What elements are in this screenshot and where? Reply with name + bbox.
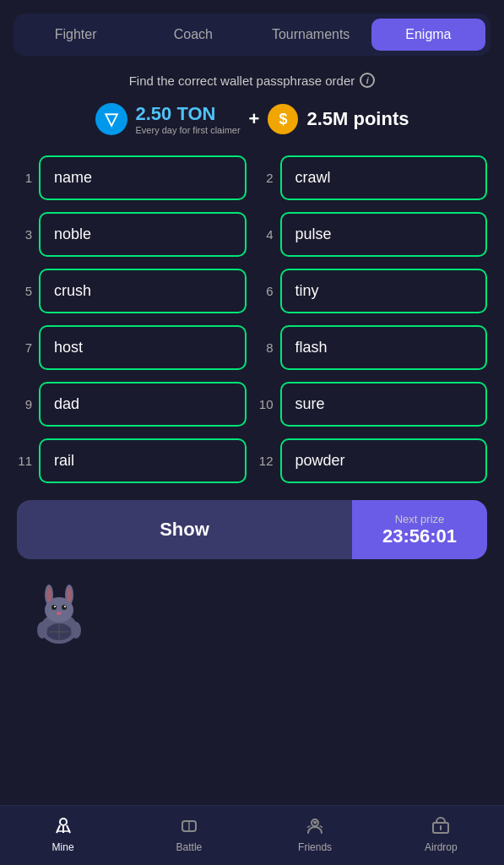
main-content: Find the correct wallet passphrase order…: [0, 56, 504, 647]
word-box-5[interactable]: crush: [39, 269, 247, 313]
next-prize-label: Next prize: [395, 513, 445, 525]
tab-coach[interactable]: Coach: [136, 19, 250, 51]
mine-icon: [51, 814, 75, 838]
word-box-8[interactable]: flash: [280, 325, 488, 370]
points-value: 2.5M points: [306, 108, 409, 130]
next-prize-display: Next prize 23:56:01: [352, 500, 487, 559]
airdrop-icon: [429, 814, 453, 838]
action-row: Show Next prize 23:56:01: [17, 500, 487, 559]
svg-point-5: [67, 587, 72, 602]
mascot-area: [17, 579, 487, 647]
word-number-3: 3: [17, 227, 32, 242]
word-number-5: 5: [17, 284, 32, 298]
svg-point-14: [37, 622, 47, 639]
countdown-timer: 23:56:01: [382, 525, 457, 547]
word-cell-3: 3noble: [17, 212, 247, 257]
word-number-2: 2: [258, 171, 274, 185]
svg-point-15: [71, 622, 81, 639]
word-cell-10: 10sure: [258, 382, 488, 427]
word-cell-4: 4pulse: [258, 212, 488, 257]
word-number-1: 1: [17, 171, 32, 185]
word-box-3[interactable]: noble: [39, 212, 247, 257]
word-cell-9: 9dad: [17, 382, 247, 427]
info-icon[interactable]: i: [360, 73, 375, 88]
word-cell-6: 6tiny: [258, 269, 488, 313]
tab-fighter[interactable]: Fighter: [19, 19, 133, 51]
ton-amount: 2.50 TON Every day for first claimer: [136, 103, 241, 135]
tab-tournaments[interactable]: Tournaments: [254, 19, 368, 51]
ton-sub: Every day for first claimer: [136, 125, 241, 135]
ton-icon: ▽: [95, 103, 127, 135]
word-box-2[interactable]: crawl: [280, 155, 488, 200]
word-box-10[interactable]: sure: [280, 382, 488, 427]
word-number-8: 8: [258, 340, 274, 355]
word-box-6[interactable]: tiny: [280, 269, 488, 313]
nav-friends[interactable]: Friends: [290, 814, 340, 853]
nav-battle[interactable]: Battle: [164, 814, 214, 853]
nav-mine[interactable]: Mine: [38, 814, 89, 853]
airdrop-label: Airdrop: [425, 841, 458, 853]
word-cell-2: 2crawl: [258, 155, 488, 200]
battle-icon: [177, 814, 201, 838]
svg-point-10: [57, 612, 62, 615]
mascot-icon: [25, 579, 93, 647]
svg-point-6: [51, 605, 57, 610]
mine-label: Mine: [52, 841, 74, 853]
word-cell-1: 1name: [17, 155, 247, 200]
word-number-6: 6: [258, 284, 274, 298]
svg-point-7: [62, 605, 67, 610]
prize-row: ▽ 2.50 TON Every day for first claimer +…: [17, 103, 487, 135]
word-number-12: 12: [258, 454, 274, 468]
word-cell-12: 12powder: [258, 438, 488, 483]
word-box-7[interactable]: host: [39, 325, 247, 370]
svg-point-9: [64, 606, 66, 607]
word-number-7: 7: [17, 340, 32, 355]
battle-label: Battle: [176, 841, 203, 853]
word-cell-11: 11rail: [17, 438, 247, 483]
bottom-navigation: Mine Battle Friends Airdrop: [0, 805, 504, 865]
word-box-4[interactable]: pulse: [280, 212, 488, 257]
nav-airdrop[interactable]: Airdrop: [415, 814, 466, 853]
tab-enigma[interactable]: Enigma: [371, 19, 485, 51]
word-grid: 1name2crawl3noble4pulse5crush6tiny7host8…: [17, 155, 487, 483]
svg-point-16: [60, 819, 67, 825]
word-box-12[interactable]: powder: [280, 438, 488, 483]
friends-icon: [303, 814, 327, 838]
top-navigation: Fighter Coach Tournaments Enigma: [14, 14, 490, 56]
word-box-9[interactable]: dad: [39, 382, 247, 427]
word-box-11[interactable]: rail: [39, 438, 247, 483]
word-number-4: 4: [258, 227, 274, 242]
svg-point-8: [54, 606, 56, 607]
word-cell-7: 7host: [17, 325, 247, 370]
word-cell-8: 8flash: [258, 325, 488, 370]
show-button[interactable]: Show: [17, 500, 352, 559]
word-number-10: 10: [258, 397, 274, 411]
word-cell-5: 5crush: [17, 269, 247, 313]
plus-sign: +: [249, 108, 260, 130]
word-number-9: 9: [17, 397, 32, 411]
instruction-text: Find the correct wallet passphrase order…: [17, 73, 487, 88]
friends-label: Friends: [298, 841, 332, 853]
svg-point-3: [46, 587, 51, 602]
word-number-11: 11: [17, 454, 32, 468]
ton-value: 2.50 TON: [136, 103, 241, 125]
coin-icon: $: [268, 104, 298, 134]
word-box-1[interactable]: name: [39, 155, 247, 200]
